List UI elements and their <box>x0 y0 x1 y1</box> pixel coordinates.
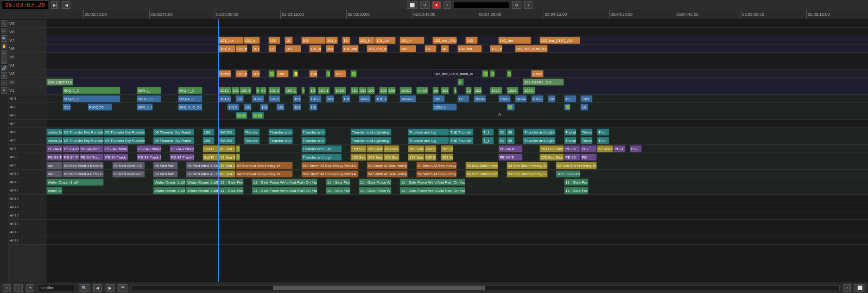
clip-a5-2[interactable]: 09 Thunder Dry Rumbles And Cra <box>63 128 104 136</box>
clip-v3-10[interactable]: 🟩 <box>350 70 357 77</box>
clip-a7-15[interactable]: 163 Se <box>424 145 437 153</box>
clip-v1-24[interactable]: 12 <box>453 87 457 94</box>
clip-a11-4[interactable]: 11 - Gale-Force <box>219 178 243 186</box>
clip-v1-4[interactable]: 101C-1S <box>219 87 231 94</box>
clip-v6-11[interactable]: 10 <box>424 45 437 52</box>
clip-v6-14[interactable]: 102_hur_0140 <box>490 45 502 52</box>
clip-a7-23[interactable]: PE- <box>630 145 642 153</box>
clip-a6-5[interactable]: 10S <box>203 137 215 144</box>
clip-a7-20[interactable]: PE- <box>580 145 596 153</box>
clip-a7-4[interactable]: PE-34-Track- <box>104 145 128 153</box>
clip-a2-7[interactable]: 1012 <box>260 103 268 111</box>
zoom-fit-btn[interactable]: ⬜ <box>855 284 865 292</box>
clip-v1-1[interactable]: 90Q-5_C <box>63 87 120 94</box>
clip-a5-13[interactable]: T_1 <box>482 128 494 136</box>
clip-a6-19[interactable]: Thur <box>597 137 609 144</box>
clip-v1-22[interactable]: wboard <box>432 87 439 94</box>
clip-v1-9[interactable]: 101-2 <box>268 87 281 94</box>
clip-a10-2[interactable]: 09 Med Wind 4 Eerie Gusts. <box>63 170 104 178</box>
clip-a2-4[interactable]: 90Q_4_C_C153 <box>178 103 203 111</box>
text-tool-btn[interactable]: T <box>524 1 532 9</box>
clip-a1-22[interactable]: 10 <box>564 95 577 102</box>
loop-btn[interactable]: ↺ <box>420 1 430 9</box>
clip-a10-3[interactable]: 09 Med Wind 4 E <box>112 170 145 178</box>
clip-v3-8[interactable]: 🟩 <box>326 70 331 77</box>
clip-a11-5[interactable]: 11 - Gale-Force Wind And Rain On Yacht (… <box>252 178 317 186</box>
timecode-ruler[interactable]: 05:02:30:0005:02:45:0005:03:00:0005:03:1… <box>46 10 868 19</box>
clip-a10-9[interactable]: 54 Storm At Sea-Heavy Wi <box>367 170 408 178</box>
clip-v6-9[interactable]: 101_hur_019 <box>367 45 387 52</box>
clip-a6-8[interactable]: Thunder and Lig <box>268 137 293 144</box>
clip-a12-3[interactable]: Water Ocean 1.aiff <box>186 187 219 194</box>
clip-a3-1[interactable]: 🟩🟩 <box>235 112 248 119</box>
clip-a5-1[interactable]: mbles And Crack <box>46 128 63 136</box>
clip-a6-7[interactable]: Thunder <box>244 137 260 144</box>
clip-a2-13[interactable]: 🟩 <box>564 103 570 111</box>
clip-v7-9[interactable]: 101_hu <box>375 37 395 44</box>
clip-a6-1[interactable]: mbles And Crac <box>46 137 63 144</box>
clip-a1-14[interactable]: 102A-1 <box>399 95 416 102</box>
clip-a2-2[interactable]: R90Q/05 <box>88 103 112 111</box>
clip-v1-3[interactable]: 90Q-4_C <box>178 87 203 94</box>
clip-v6-13[interactable]: 102_hur <box>457 45 482 52</box>
clip-v1-27[interactable]: 102C-2 <box>490 87 502 94</box>
audio-btn[interactable]: ♪ <box>444 1 451 9</box>
clip-v6-5[interactable]: 101 <box>285 45 301 52</box>
clip-a1-12[interactable]: 101-2_C <box>359 95 371 102</box>
clip-v7-12[interactable]: 102 <box>465 37 478 44</box>
clip-a11-8[interactable]: 11 - Gale-Force Wind And Rain On Yacht (… <box>399 178 465 186</box>
clip-a2-11[interactable]: 102A-1 <box>432 103 457 111</box>
clip-a8-20[interactable]: PE- <box>580 153 596 161</box>
clip-a7-12[interactable]: 263 Sea Storm-H <box>367 145 383 153</box>
clip-a6-3[interactable]: 09 Thunder Dry Rumbles And Crac <box>104 137 145 144</box>
clip-a1-18[interactable]: 102C-2 <box>498 95 511 102</box>
clip-v1-8[interactable]: 00 <box>260 87 266 94</box>
clip-a6-17[interactable]: Thund <box>564 137 577 144</box>
clip-a7-7[interactable]: Sail Fl <box>203 145 219 153</box>
clip-a7-14[interactable]: 153 Sea <box>408 145 424 153</box>
clip-a9-10[interactable]: 54 Storm At Sea-Heavy <box>416 162 457 169</box>
clip-a6-12[interactable]: ThE Thunder and <box>449 137 474 144</box>
clip-a8-18[interactable]: 153 Sea Storm-H <box>539 153 564 161</box>
clip-a2-8[interactable]: 101_2 <box>276 103 285 111</box>
clip-v1-17[interactable]: 100B-1SER <box>367 87 375 94</box>
clip-a7-22[interactable]: PE-3 <box>613 145 626 153</box>
clip-a7-16[interactable]: 263 Sea Storm- <box>441 145 453 153</box>
clip-a1-19[interactable]: 102A-15 <box>515 95 527 102</box>
clip-a8-14[interactable]: 153 Sea <box>408 153 424 161</box>
clip-a6-18[interactable]: Thunder <box>580 137 593 144</box>
clip-a11-6[interactable]: 11 - Gale-Force Win <box>326 178 350 186</box>
clip-v1-15[interactable]: 101 <box>350 87 359 94</box>
clip-a7-8[interactable]: 63 Sea Storm- <box>219 145 235 153</box>
clip-a7-18[interactable]: 153 Sea Storm-H <box>539 145 564 153</box>
clip-v1-6[interactable]: 101-4SER <box>240 87 252 94</box>
clip-a1-16[interactable]: 12 <box>457 95 470 102</box>
tool-link[interactable]: 🔗 <box>1 65 7 71</box>
clip-a3-2[interactable]: 🟩🟩 <box>252 112 264 119</box>
clip-a11-7[interactable]: 11 - Gale-Force W <box>359 178 392 186</box>
clip-a7-9[interactable]: 🟩 <box>235 145 241 153</box>
clip-v7-11[interactable]: 102_hur_0010_v1005.m <box>432 37 457 44</box>
clip-v2-3[interactable]: 102-1SER2_D 0 <box>523 78 564 86</box>
clip-v1-7[interactable]: 00 <box>256 87 260 94</box>
clip-a8-13[interactable]: 263 Sea Storm-H <box>383 153 399 161</box>
clip-a1-6[interactable]: 101-2 <box>252 95 264 102</box>
clip-a2-1[interactable]: C154 <box>63 103 71 111</box>
clip-v1-25[interactable]: 12 <box>465 87 472 94</box>
clip-v1-20[interactable]: 10102_C <box>399 87 412 94</box>
clip-a6-16[interactable]: Thunder and Lightn <box>523 137 556 144</box>
clip-a5-4[interactable]: 09 Thunder Dry Rumb <box>153 128 194 136</box>
settings-btn[interactable]: ⚙ <box>512 1 521 9</box>
clip-v3-6[interactable]: 🟨 <box>293 70 298 77</box>
clip-a8-6[interactable]: PE-34-Track-51 <box>170 153 194 161</box>
clip-v1-5[interactable]: 101D- <box>231 87 240 94</box>
clip-a5-18[interactable]: Thunder <box>580 128 593 136</box>
clip-a5-10[interactable]: Thunder and Lightning <box>350 128 392 136</box>
clip-v3-9[interactable]: 16h <box>334 70 347 77</box>
clip-v3-14[interactable]: 🟩 <box>507 70 512 77</box>
clip-v1-10[interactable]: 100-2_C <box>285 87 297 94</box>
clip-v6-1[interactable]: 101_h <box>219 45 235 52</box>
prev-btn[interactable]: ◀ <box>93 284 102 292</box>
clip-a2-5[interactable]: 101D <box>227 103 240 111</box>
tool-arrow[interactable]: ↖ <box>1 20 7 27</box>
